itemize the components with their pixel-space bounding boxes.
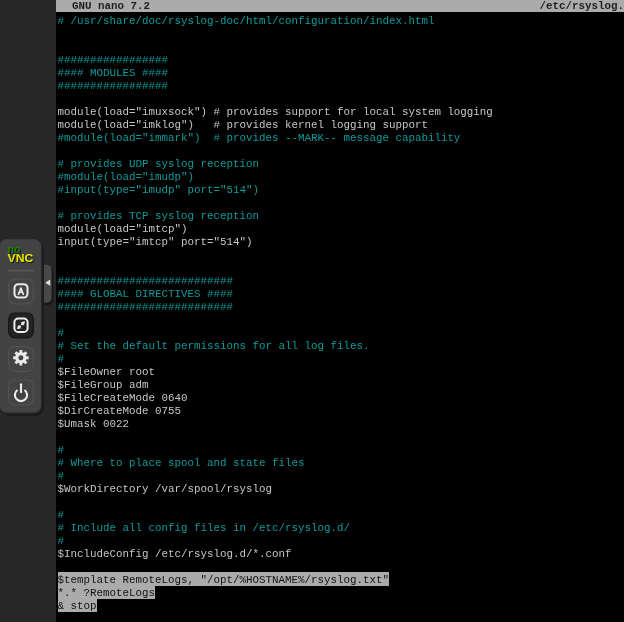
svg-text:VNC: VNC	[8, 253, 34, 264]
